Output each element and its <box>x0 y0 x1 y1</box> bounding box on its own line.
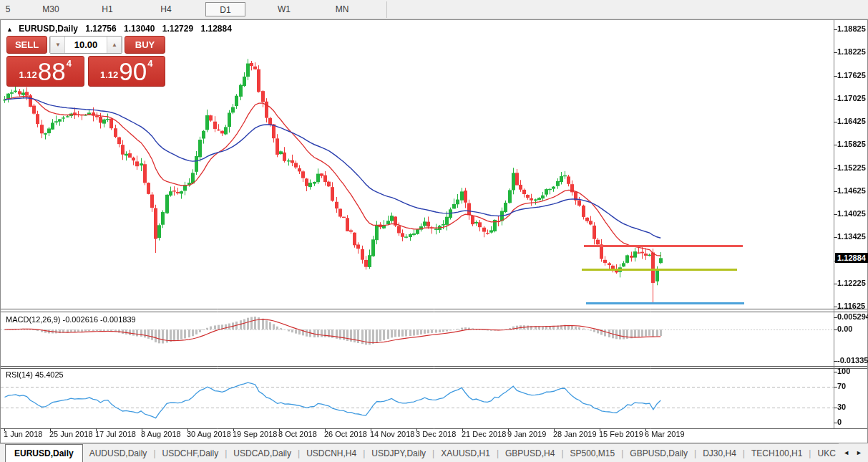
date-axis-label: 19 Sep 2018 <box>233 430 277 438</box>
timeframe-button-mn[interactable]: MN <box>322 2 362 16</box>
price-axis-label: 1.15225 <box>837 163 866 172</box>
bid-prefix: 1.12 <box>19 69 37 80</box>
bid-main: 88 <box>38 60 66 83</box>
tab-scroll-right-icon[interactable]: ► <box>856 449 862 456</box>
bid-price-box[interactable]: 1.12 88 4 <box>6 56 84 87</box>
one-click-trading-panel: SELL ▼ ▲ BUY 1.12 88 4 1.12 90 4 <box>6 36 165 87</box>
macd-label: MACD(12,26,9) -0.002616 -0.001839 <box>6 315 136 324</box>
volume-spinner: ▼ ▲ <box>49 36 122 54</box>
price-axis-label: 1.13425 <box>837 232 866 241</box>
rsi-axis-label: 30 <box>837 403 846 411</box>
rsi-axis-label: 100 <box>837 367 850 375</box>
price-axis-label: 1.17625 <box>837 71 866 80</box>
chart-window: ▲ EURUSD,Daily 1.12756 1.13040 1.12729 1… <box>0 19 868 443</box>
price-axis-label: 1.17025 <box>837 94 866 102</box>
date-axis-label: 3 Dec 2018 <box>416 430 456 438</box>
date-axis-label: 28 Jan 2019 <box>553 430 597 438</box>
tab-scroll-left-icon[interactable]: ◄ <box>843 449 849 456</box>
price-axis-label: 1.14025 <box>837 209 866 218</box>
price-axis-label: 1.12225 <box>837 279 866 287</box>
chart-tab-bar: EURUSD,DailyAUDUSD,Daily|USDCHF,Daily|US… <box>0 443 868 462</box>
tab-usdchf-daily[interactable]: USDCHF,Daily <box>156 448 225 458</box>
collapse-triangle-icon[interactable]: ▲ <box>6 26 13 33</box>
tab-audusd-daily[interactable]: AUDUSD,Daily <box>83 448 154 458</box>
ohlc-close: 1.12884 <box>201 24 232 34</box>
timeframe-toolbar: 5M30H1H4D1W1MN <box>0 0 868 19</box>
price-axis-label: 1.16425 <box>837 117 866 125</box>
ohlc-open: 1.12756 <box>85 24 116 34</box>
tab-usdjpy-daily[interactable]: USDJPY,Daily <box>365 448 432 458</box>
date-axis-label: 9 Jan 2019 <box>507 430 546 438</box>
price-axis-label: 1.11625 <box>837 302 865 310</box>
current-price-tag: 1.12884 <box>835 253 868 263</box>
date-axis-label: 25 Jun 2018 <box>49 430 93 438</box>
date-axis-label: 30 Aug 2018 <box>187 430 231 438</box>
date-axis-label: 21 Dec 2018 <box>462 430 506 438</box>
date-axis-label: 14 Nov 2018 <box>370 430 414 438</box>
volume-increase-icon[interactable]: ▲ <box>107 37 122 53</box>
timeframe-button-w1[interactable]: W1 <box>264 2 304 16</box>
date-axis-label: 26 Oct 2018 <box>324 430 367 438</box>
bid-pip: 4 <box>67 58 72 69</box>
tab-usdcad-daily[interactable]: USDCAD,Daily <box>227 448 298 458</box>
date-axis-label: 8 Aug 2018 <box>141 430 181 438</box>
volume-input[interactable] <box>65 37 107 53</box>
macd-axis-label: -0.013353 <box>837 356 868 365</box>
date-axis-label: 6 Mar 2019 <box>645 430 685 438</box>
rsi-axis-label: 70 <box>837 382 846 390</box>
timeframe-button-5[interactable]: 5 <box>0 2 16 16</box>
tab-xauusd-h1[interactable]: XAUUSD,H1 <box>434 448 497 458</box>
timeframe-button-m30[interactable]: M30 <box>31 2 71 16</box>
ask-prefix: 1.12 <box>100 69 118 80</box>
date-axis-label: 8 Oct 2018 <box>278 430 317 438</box>
ask-pip: 4 <box>147 58 152 69</box>
date-axis-label: 15 Feb 2019 <box>599 430 643 438</box>
volume-decrease-icon[interactable]: ▼ <box>50 37 65 53</box>
tab-scroll-arrows: ◄ ► <box>839 443 868 462</box>
price-axis-label: 1.14625 <box>837 186 866 195</box>
rsi-axis-label: 0 <box>837 418 842 426</box>
toolbar-separator <box>386 1 387 18</box>
date-axis-label: 1 Jun 2018 <box>4 430 42 438</box>
ask-main: 90 <box>119 60 147 83</box>
buy-button[interactable]: BUY <box>125 36 165 54</box>
timeframe-button-d1[interactable]: D1 <box>205 2 245 16</box>
macd-axis-label: 0.005294 <box>837 312 868 321</box>
ask-price-box[interactable]: 1.12 90 4 <box>88 56 166 87</box>
tab-eurusd-daily[interactable]: EURUSD,Daily <box>5 444 83 462</box>
date-axis-label: 17 Jul 2018 <box>95 430 136 438</box>
mt4-window: 5M30H1H4D1W1MN ▲ EURUSD,Daily 1.12756 1.… <box>0 0 868 462</box>
rsi-label: RSI(14) 45.4025 <box>6 370 64 379</box>
tab-gbpusd-h4[interactable]: GBPUSD,H4 <box>499 448 561 458</box>
tab-sp500-m15[interactable]: SP500,M15 <box>564 448 622 458</box>
price-axis-label: 1.18225 <box>837 47 866 56</box>
chart-title: ▲ EURUSD,Daily 1.12756 1.13040 1.12729 1… <box>6 24 232 34</box>
timeframe-button-h4[interactable]: H4 <box>146 2 186 16</box>
tab-usdcnh-h4[interactable]: USDCNH,H4 <box>300 448 363 458</box>
macd-axis-label: 0.00 <box>837 324 852 333</box>
ohlc-high: 1.13040 <box>124 24 155 34</box>
ohlc-low: 1.12729 <box>162 24 193 34</box>
tab-tech100-h1[interactable]: TECH100,H1 <box>745 448 809 458</box>
symbol-title: EURUSD,Daily <box>19 24 78 34</box>
tab-dj30-h4[interactable]: DJ30,H4 <box>696 448 743 458</box>
tab-ukc[interactable]: UKC <box>811 448 842 458</box>
timeframe-button-h1[interactable]: H1 <box>87 2 127 16</box>
price-axis-label: 1.18825 <box>837 24 866 33</box>
tab-gbpusd-daily[interactable]: GBPUSD,Daily <box>623 448 694 458</box>
price-axis-label: 1.15825 <box>837 140 866 148</box>
sell-button[interactable]: SELL <box>6 36 47 54</box>
